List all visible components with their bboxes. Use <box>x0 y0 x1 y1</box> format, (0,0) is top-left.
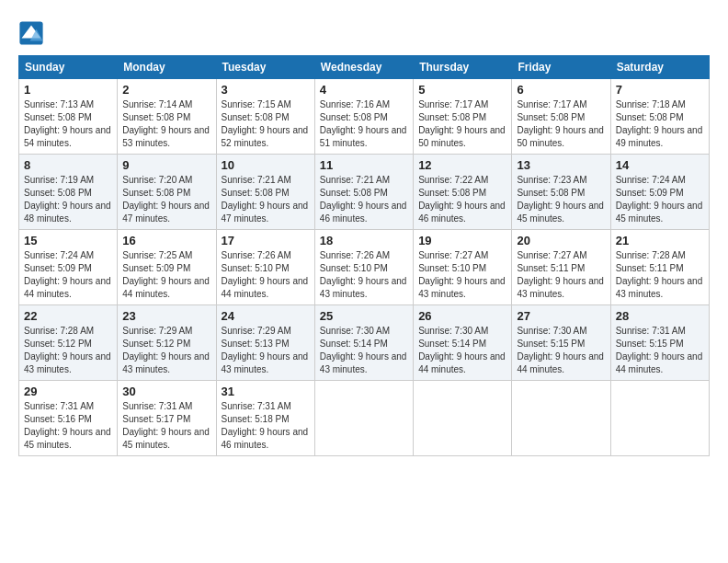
weekday-header: Wednesday <box>314 56 413 79</box>
calendar-day-cell: 10 Sunrise: 7:21 AM Sunset: 5:08 PM Dayl… <box>216 155 314 230</box>
day-info: Sunrise: 7:26 AM Sunset: 5:10 PM Dayligh… <box>320 249 408 301</box>
day-info: Sunrise: 7:20 AM Sunset: 5:08 PM Dayligh… <box>122 174 210 225</box>
calendar-day-cell: 26 Sunrise: 7:30 AM Sunset: 5:14 PM Dayl… <box>414 305 512 381</box>
day-number: 28 <box>616 309 704 323</box>
calendar-day-cell: 22 Sunrise: 7:28 AM Sunset: 5:12 PM Dayl… <box>19 305 118 381</box>
day-info: Sunrise: 7:31 AM Sunset: 5:16 PM Dayligh… <box>24 400 112 452</box>
day-number: 16 <box>122 234 210 247</box>
calendar-day-cell: 28 Sunrise: 7:31 AM Sunset: 5:15 PM Dayl… <box>610 305 709 381</box>
day-number: 31 <box>222 385 310 398</box>
day-number: 18 <box>320 234 408 247</box>
calendar-day-cell: 14 Sunrise: 7:24 AM Sunset: 5:09 PM Dayl… <box>610 155 709 230</box>
day-number: 4 <box>320 83 408 97</box>
calendar-day-cell <box>610 381 709 456</box>
page-container: SundayMondayTuesdayWednesdayThursdayFrid… <box>0 0 728 465</box>
calendar-day-cell: 30 Sunrise: 7:31 AM Sunset: 5:17 PM Dayl… <box>118 381 216 456</box>
day-info: Sunrise: 7:27 AM Sunset: 5:11 PM Dayligh… <box>517 249 605 301</box>
calendar-header-row: SundayMondayTuesdayWednesdayThursdayFrid… <box>19 56 710 79</box>
day-number: 3 <box>222 83 310 97</box>
calendar-day-cell: 4 Sunrise: 7:16 AM Sunset: 5:08 PM Dayli… <box>314 79 413 155</box>
day-info: Sunrise: 7:23 AM Sunset: 5:08 PM Dayligh… <box>517 174 605 225</box>
day-info: Sunrise: 7:15 AM Sunset: 5:08 PM Dayligh… <box>222 98 310 150</box>
day-number: 27 <box>517 309 605 323</box>
day-number: 1 <box>24 83 112 97</box>
calendar-week-row: 29 Sunrise: 7:31 AM Sunset: 5:16 PM Dayl… <box>19 381 710 456</box>
day-number: 7 <box>616 83 704 97</box>
calendar-day-cell: 23 Sunrise: 7:29 AM Sunset: 5:12 PM Dayl… <box>118 305 216 381</box>
calendar-day-cell: 31 Sunrise: 7:31 AM Sunset: 5:18 PM Dayl… <box>216 381 314 456</box>
logo <box>18 20 48 46</box>
calendar-day-cell: 20 Sunrise: 7:27 AM Sunset: 5:11 PM Dayl… <box>512 230 610 305</box>
day-number: 15 <box>24 234 112 247</box>
day-number: 21 <box>616 234 704 247</box>
calendar-day-cell <box>314 381 413 456</box>
day-number: 17 <box>222 234 310 247</box>
day-number: 8 <box>24 158 112 172</box>
day-info: Sunrise: 7:16 AM Sunset: 5:08 PM Dayligh… <box>320 98 408 150</box>
day-info: Sunrise: 7:28 AM Sunset: 5:12 PM Dayligh… <box>24 325 112 376</box>
day-info: Sunrise: 7:31 AM Sunset: 5:17 PM Dayligh… <box>122 400 210 452</box>
calendar-day-cell: 24 Sunrise: 7:29 AM Sunset: 5:13 PM Dayl… <box>216 305 314 381</box>
day-number: 23 <box>122 309 210 323</box>
header <box>18 17 710 46</box>
calendar-day-cell: 29 Sunrise: 7:31 AM Sunset: 5:16 PM Dayl… <box>19 381 118 456</box>
day-info: Sunrise: 7:22 AM Sunset: 5:08 PM Dayligh… <box>418 174 506 225</box>
day-info: Sunrise: 7:30 AM Sunset: 5:14 PM Dayligh… <box>418 325 506 376</box>
calendar-table: SundayMondayTuesdayWednesdayThursdayFrid… <box>18 55 710 456</box>
calendar-day-cell: 1 Sunrise: 7:13 AM Sunset: 5:08 PM Dayli… <box>19 79 118 155</box>
day-info: Sunrise: 7:17 AM Sunset: 5:08 PM Dayligh… <box>517 98 605 150</box>
day-number: 5 <box>418 83 506 97</box>
day-info: Sunrise: 7:30 AM Sunset: 5:14 PM Dayligh… <box>320 325 408 376</box>
day-number: 30 <box>122 385 210 398</box>
calendar-week-row: 15 Sunrise: 7:24 AM Sunset: 5:09 PM Dayl… <box>19 230 710 305</box>
logo-icon <box>18 20 44 46</box>
day-info: Sunrise: 7:28 AM Sunset: 5:11 PM Dayligh… <box>616 249 704 301</box>
weekday-header: Thursday <box>414 56 512 79</box>
day-info: Sunrise: 7:29 AM Sunset: 5:13 PM Dayligh… <box>222 325 310 376</box>
day-number: 2 <box>122 83 210 97</box>
calendar-day-cell <box>512 381 610 456</box>
day-number: 19 <box>418 234 506 247</box>
weekday-header: Sunday <box>19 56 118 79</box>
calendar-week-row: 22 Sunrise: 7:28 AM Sunset: 5:12 PM Dayl… <box>19 305 710 381</box>
calendar-day-cell: 9 Sunrise: 7:20 AM Sunset: 5:08 PM Dayli… <box>118 155 216 230</box>
weekday-header: Friday <box>512 56 610 79</box>
calendar-day-cell: 12 Sunrise: 7:22 AM Sunset: 5:08 PM Dayl… <box>414 155 512 230</box>
weekday-header: Saturday <box>610 56 709 79</box>
calendar-day-cell: 13 Sunrise: 7:23 AM Sunset: 5:08 PM Dayl… <box>512 155 610 230</box>
day-info: Sunrise: 7:17 AM Sunset: 5:08 PM Dayligh… <box>418 98 506 150</box>
day-info: Sunrise: 7:13 AM Sunset: 5:08 PM Dayligh… <box>24 98 112 150</box>
calendar-day-cell: 3 Sunrise: 7:15 AM Sunset: 5:08 PM Dayli… <box>216 79 314 155</box>
calendar-week-row: 1 Sunrise: 7:13 AM Sunset: 5:08 PM Dayli… <box>19 79 710 155</box>
day-number: 9 <box>122 158 210 172</box>
day-info: Sunrise: 7:19 AM Sunset: 5:08 PM Dayligh… <box>24 174 112 225</box>
calendar-day-cell: 27 Sunrise: 7:30 AM Sunset: 5:15 PM Dayl… <box>512 305 610 381</box>
day-info: Sunrise: 7:24 AM Sunset: 5:09 PM Dayligh… <box>616 174 704 225</box>
calendar-day-cell: 11 Sunrise: 7:21 AM Sunset: 5:08 PM Dayl… <box>314 155 413 230</box>
weekday-header: Monday <box>118 56 216 79</box>
day-info: Sunrise: 7:25 AM Sunset: 5:09 PM Dayligh… <box>122 249 210 301</box>
day-info: Sunrise: 7:26 AM Sunset: 5:10 PM Dayligh… <box>222 249 310 301</box>
day-number: 22 <box>24 309 112 323</box>
calendar-day-cell: 6 Sunrise: 7:17 AM Sunset: 5:08 PM Dayli… <box>512 79 610 155</box>
calendar-day-cell: 17 Sunrise: 7:26 AM Sunset: 5:10 PM Dayl… <box>216 230 314 305</box>
calendar-day-cell <box>414 381 512 456</box>
calendar-day-cell: 25 Sunrise: 7:30 AM Sunset: 5:14 PM Dayl… <box>314 305 413 381</box>
weekday-header: Tuesday <box>216 56 314 79</box>
day-info: Sunrise: 7:31 AM Sunset: 5:18 PM Dayligh… <box>222 400 310 452</box>
day-info: Sunrise: 7:31 AM Sunset: 5:15 PM Dayligh… <box>616 325 704 376</box>
calendar-day-cell: 21 Sunrise: 7:28 AM Sunset: 5:11 PM Dayl… <box>610 230 709 305</box>
day-number: 11 <box>320 158 408 172</box>
day-number: 26 <box>418 309 506 323</box>
calendar-day-cell: 19 Sunrise: 7:27 AM Sunset: 5:10 PM Dayl… <box>414 230 512 305</box>
day-number: 24 <box>222 309 310 323</box>
day-info: Sunrise: 7:21 AM Sunset: 5:08 PM Dayligh… <box>222 174 310 225</box>
day-number: 13 <box>517 158 605 172</box>
day-number: 25 <box>320 309 408 323</box>
day-info: Sunrise: 7:21 AM Sunset: 5:08 PM Dayligh… <box>320 174 408 225</box>
day-info: Sunrise: 7:29 AM Sunset: 5:12 PM Dayligh… <box>122 325 210 376</box>
day-number: 12 <box>418 158 506 172</box>
day-number: 20 <box>517 234 605 247</box>
day-info: Sunrise: 7:30 AM Sunset: 5:15 PM Dayligh… <box>517 325 605 376</box>
calendar-day-cell: 2 Sunrise: 7:14 AM Sunset: 5:08 PM Dayli… <box>118 79 216 155</box>
